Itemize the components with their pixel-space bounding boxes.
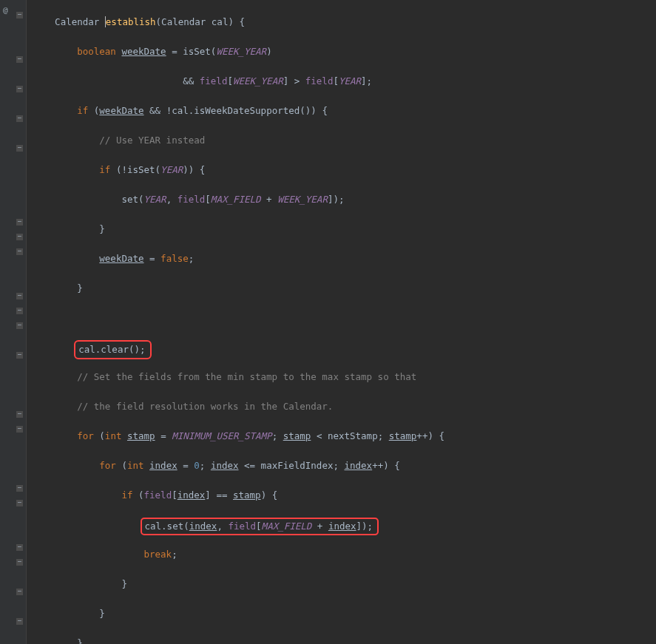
- code-line: set(YEAR, field[MAX_FIELD + WEEK_YEAR]);: [33, 192, 656, 207]
- code-line: for (int stamp = MINIMUM_USER_STAMP; sta…: [33, 429, 656, 444]
- code-line: if (!isSet(YEAR)) {: [33, 163, 656, 177]
- fold-marker-icon[interactable]: –: [16, 145, 23, 152]
- fold-marker-icon[interactable]: –: [16, 559, 23, 566]
- code-line: weekDate = false;: [33, 251, 656, 266]
- code-line: // Set the fields from the min stamp to …: [33, 370, 656, 384]
- fold-marker-icon[interactable]: –: [16, 248, 23, 255]
- code-line: // the field resolution works in the Cal…: [33, 399, 656, 414]
- code-line: }: [33, 222, 656, 237]
- code-line: if (weekDate && !cal.isWeekDateSupported…: [33, 104, 656, 118]
- fold-marker-icon[interactable]: –: [16, 234, 23, 240]
- code-line: Calendar establish(Calendar cal) {: [33, 15, 656, 30]
- fold-marker-icon[interactable]: –: [16, 115, 23, 122]
- code-editor[interactable]: Calendar establish(Calendar cal) { boole…: [27, 0, 656, 644]
- code-line: }: [33, 281, 656, 296]
- fold-marker-icon[interactable]: –: [16, 352, 23, 359]
- code-line: // Use YEAR instead: [33, 133, 656, 148]
- fold-marker-icon[interactable]: –: [16, 293, 23, 299]
- code-line: cal.set(index, field[MAX_FIELD + index])…: [33, 518, 656, 532]
- fold-marker-icon[interactable]: –: [16, 485, 23, 492]
- fold-marker-icon[interactable]: –: [16, 589, 23, 595]
- fold-marker-icon[interactable]: –: [16, 500, 23, 506]
- fold-marker-icon[interactable]: –: [16, 618, 23, 625]
- fold-marker-icon[interactable]: –: [16, 219, 23, 226]
- code-line: break;: [33, 547, 656, 562]
- editor-gutter[interactable]: @ – – – – – – – – – – – – – – – – – – – …: [0, 0, 27, 644]
- highlight-box: cal.clear();: [74, 340, 151, 359]
- override-marker-icon[interactable]: @: [3, 3, 8, 18]
- fold-marker-icon[interactable]: –: [16, 322, 23, 329]
- code-line: for (int index = 0; index <= maxFieldInd…: [33, 458, 656, 473]
- fold-marker-icon[interactable]: –: [16, 411, 23, 418]
- code-line: }: [33, 606, 656, 621]
- code-line: cal.clear();: [33, 340, 656, 355]
- fold-marker-icon[interactable]: –: [16, 56, 23, 63]
- code-line: if (field[index] == stamp) {: [33, 488, 656, 503]
- code-line: }: [33, 636, 656, 644]
- code-line: && field[WEEK_YEAR] > field[YEAR];: [33, 74, 656, 89]
- fold-marker-icon[interactable]: –: [16, 12, 23, 18]
- code-line: boolean weekDate = isSet(WEEK_YEAR): [33, 44, 656, 59]
- fold-marker-icon[interactable]: –: [16, 544, 23, 551]
- code-line: }: [33, 577, 656, 592]
- fold-marker-icon[interactable]: –: [16, 426, 23, 433]
- highlight-box: cal.set(index, field[MAX_FIELD + index])…: [141, 518, 379, 535]
- fold-marker-icon[interactable]: –: [16, 308, 23, 314]
- fold-marker-icon[interactable]: –: [16, 86, 23, 92]
- code-line: [33, 311, 656, 325]
